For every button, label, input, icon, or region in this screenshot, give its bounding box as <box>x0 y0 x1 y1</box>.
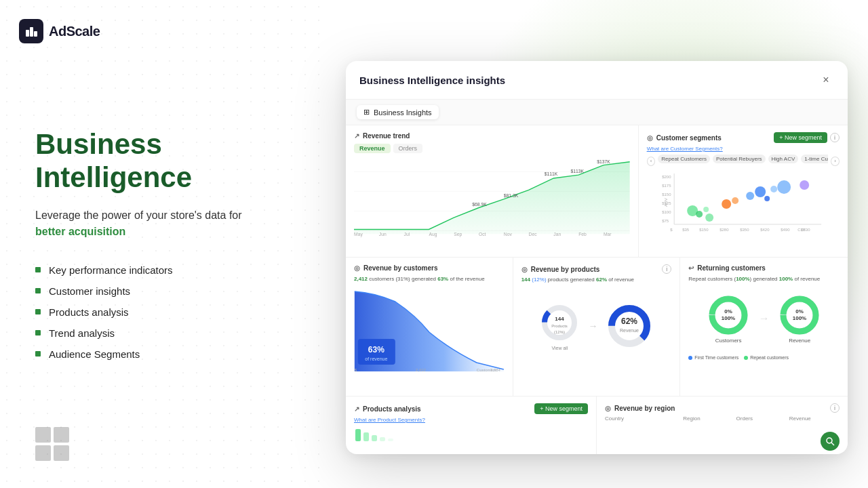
arrow-icon: → <box>588 321 597 331</box>
legend-repeat: Repeat customers <box>744 355 789 360</box>
svg-text:0%: 0% <box>724 308 732 314</box>
list-item: Products analysis <box>35 306 285 318</box>
svg-text:Jan: Jan <box>553 232 561 237</box>
svg-rect-0 <box>26 30 29 37</box>
orders-toggle[interactable]: Orders <box>393 144 423 153</box>
row-3: ↗ Products analysis + New segment What a… <box>346 396 848 454</box>
list-item: Key performance indicators <box>35 264 285 276</box>
customers-donut: 0% 100% <box>707 293 751 338</box>
first-time-dot <box>688 356 692 360</box>
svg-text:Revenue: Revenue <box>620 328 639 333</box>
svg-rect-2 <box>34 31 37 37</box>
svg-text:AOV: AOV <box>664 198 668 207</box>
svg-text:2,412: 2,412 <box>416 368 427 372</box>
legend-first-time: First Time customers <box>688 355 738 360</box>
returning-customers-cell: ↩ Returning customers Repeat customers (… <box>680 258 848 396</box>
svg-point-43 <box>703 207 709 212</box>
revenue-products-title: ◎ Revenue by products <box>521 266 600 273</box>
svg-text:$68.9K: $68.9K <box>472 202 487 207</box>
returning-donuts: 0% 100% Customers → 0% <box>688 285 840 352</box>
svg-text:100%: 100% <box>792 315 806 321</box>
svg-point-42 <box>696 211 703 218</box>
revenue-label: Revenue <box>789 338 810 344</box>
segment-tabs: Repeat Customers Potential Rebuyers High… <box>658 155 828 163</box>
feature-list: Key performance indicators Customer insi… <box>35 264 285 360</box>
customers-label: Customers <box>715 338 742 344</box>
svg-text:Aug: Aug <box>429 232 437 237</box>
svg-rect-77 <box>355 429 361 441</box>
revenue-customers-stat: 2,412 customers (31%) generated 63% of t… <box>354 276 505 282</box>
revenue-by-customers-cell: ◎ Revenue by customers 2,412 customers (… <box>346 258 513 396</box>
svg-text:Mar: Mar <box>604 232 612 237</box>
svg-point-48 <box>755 186 766 197</box>
seg-tab-highacv[interactable]: High ACV <box>768 155 799 163</box>
revenue-chart: May Jun Jul Aug Sep Oct Nov Dec Jan Feb … <box>354 157 630 239</box>
seg-tab-repeat[interactable]: Repeat Customers <box>658 155 710 163</box>
svg-text:100%: 100% <box>721 315 734 321</box>
svg-text:Dec: Dec <box>529 232 538 237</box>
list-item: Customer insights <box>35 285 285 297</box>
product-segments-link[interactable]: What are Product Segments? <box>354 417 588 423</box>
view-all-link[interactable]: View all <box>551 346 568 350</box>
seg-tab-1time[interactable]: 1-time Customers <box>801 155 828 163</box>
svg-text:(12%): (12%) <box>554 330 565 334</box>
modal-content: ↗ Revenue trend Revenue Orders <box>346 125 848 454</box>
revenue-returning-donut: 0% 100% <box>778 293 822 338</box>
svg-text:$137K: $137K <box>597 159 610 164</box>
bullet-icon <box>35 288 41 293</box>
what-are-segments-link[interactable]: What are Customer Segments? <box>647 146 840 152</box>
svg-text:$150: $150 <box>662 192 671 197</box>
row-2: ◎ Revenue by customers 2,412 customers (… <box>346 258 848 396</box>
svg-text:$200: $200 <box>662 175 671 179</box>
search-button[interactable] <box>821 432 840 451</box>
svg-text:Oct: Oct <box>479 232 486 237</box>
svg-line-83 <box>831 443 834 445</box>
products-new-segment-button[interactable]: + New segment <box>534 403 588 414</box>
svg-point-50 <box>777 180 791 194</box>
col-region: Region <box>683 415 733 422</box>
svg-text:$490: $490 <box>781 228 790 232</box>
products-analysis-title: ↗ Products analysis <box>354 405 421 413</box>
svg-text:144: 144 <box>555 316 565 322</box>
customer-segments-title: ◎ Customer segments <box>647 134 722 142</box>
revenue-customers-title: ◎ Revenue by customers <box>354 264 505 272</box>
logo-icon <box>19 19 43 43</box>
svg-point-82 <box>827 438 832 443</box>
revenue-by-products-cell: ◎ Revenue by products i 144 (12%) produc… <box>513 258 681 396</box>
logo: AdScale <box>19 19 100 43</box>
svg-text:$420: $420 <box>760 228 770 232</box>
close-button[interactable]: × <box>818 72 834 88</box>
prev-segment-arrow[interactable]: ‹ <box>647 157 656 166</box>
revenue-region-title: ◎ Revenue by region <box>605 405 675 412</box>
decorative-grid-icon <box>35 427 69 461</box>
main-title: Business Intelligence <box>35 128 285 194</box>
bullet-icon <box>35 351 41 357</box>
trend-icon: ↗ <box>354 132 359 140</box>
revenue-toggle[interactable]: Revenue <box>354 144 391 153</box>
svg-text:$: $ <box>670 228 673 232</box>
arrow-icon-2: → <box>759 312 770 325</box>
revenue-by-region-cell: ◎ Revenue by region i Country Region Ord… <box>597 396 848 454</box>
svg-text:Nov: Nov <box>504 232 513 237</box>
next-segment-arrow[interactable]: › <box>831 157 840 166</box>
returning-legend: First Time customers Repeat customers <box>688 355 840 360</box>
info-icon[interactable]: i <box>830 133 840 142</box>
region-info-icon[interactable]: i <box>830 403 840 413</box>
seg-tab-potential[interactable]: Potential Rebuyers <box>713 155 766 163</box>
svg-text:$75: $75 <box>662 219 669 223</box>
tab-business-insights[interactable]: ⊞ Business Insights <box>357 105 439 119</box>
svg-text:$100: $100 <box>662 210 671 214</box>
svg-rect-81 <box>388 439 393 441</box>
list-item: Audience Segments <box>35 348 285 360</box>
svg-rect-80 <box>380 437 385 441</box>
customer-segments-scatter: $200 $175 $150 $125 $100 $75 $ $35 $150 … <box>647 170 840 235</box>
svg-text:$111K: $111K <box>545 171 558 176</box>
revenue-products-info[interactable]: i <box>662 264 671 274</box>
svg-text:Jul: Jul <box>404 232 410 237</box>
svg-rect-79 <box>372 435 377 441</box>
svg-point-49 <box>770 186 777 192</box>
svg-text:Feb: Feb <box>578 232 587 237</box>
svg-point-45 <box>722 199 731 209</box>
svg-text:62%: 62% <box>621 317 637 326</box>
new-segment-button[interactable]: + New segment <box>774 132 827 143</box>
